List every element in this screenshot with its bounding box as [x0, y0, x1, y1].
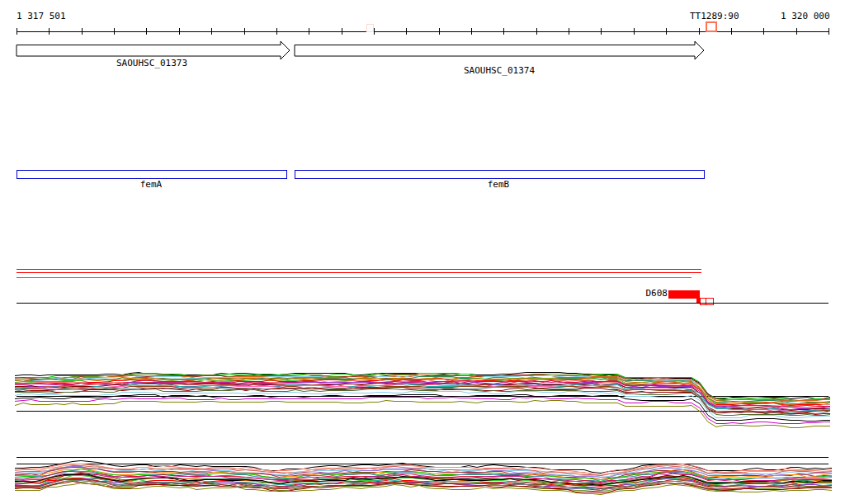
variant-subbox-filled[interactable] — [696, 299, 700, 303]
cds-arrow-saouhsc_01374[interactable] — [295, 41, 704, 59]
ruler-end-coordinate: 1 320 000 — [781, 12, 830, 21]
genome-tracks-canvas — [0, 0, 845, 504]
gene-box-femb[interactable] — [295, 171, 704, 179]
faint-feature-box[interactable] — [366, 24, 373, 31]
marker-feature-box[interactable] — [706, 22, 716, 31]
ruler-start-coordinate: 1 317 501 — [17, 12, 66, 21]
gene-box-fema[interactable] — [17, 171, 286, 179]
variant-box-d608[interactable] — [668, 290, 700, 299]
cds-arrow-saouhsc_01373[interactable] — [17, 41, 290, 59]
genome-browser-window: 1 317 501 TT1289:90 1 320 000 SAOUHSC_01… — [0, 0, 845, 504]
gene-label-fema[interactable]: femA — [140, 180, 163, 189]
gene-label-femb[interactable]: femB — [488, 180, 510, 189]
cds-label-saouhsc-01373[interactable]: SAOUHSC_01373 — [116, 59, 187, 68]
variant-label-d608[interactable]: D608 — [646, 289, 668, 298]
cds-label-saouhsc-01374[interactable]: SAOUHSC_01374 — [464, 66, 535, 75]
marker-feature-label[interactable]: TT1289:90 — [690, 12, 739, 21]
